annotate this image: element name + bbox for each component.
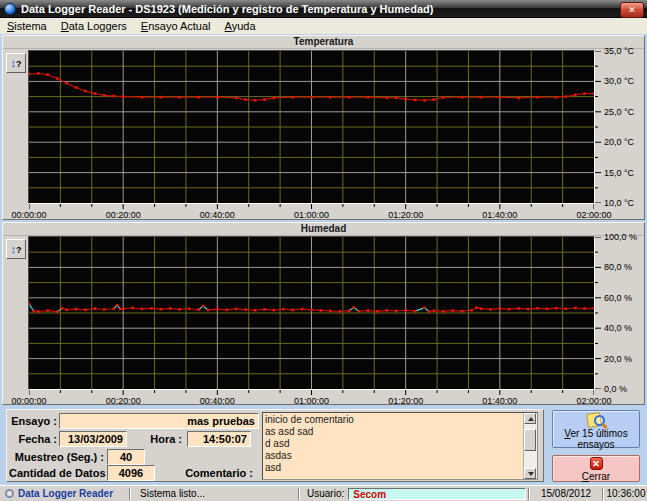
fecha-label: Fecha :: [9, 433, 57, 445]
status-separator: [602, 488, 604, 500]
menu-item-ensayo-actual[interactable]: Ensayo Actual: [134, 19, 218, 33]
humidity-scale-help-button[interactable]: ↕?: [6, 239, 26, 259]
temperature-chart-title: Temperatura: [3, 36, 644, 49]
temperature-x-axis: 00:00:0000:20:0000:40:0001:00:0001:20:00…: [3, 204, 644, 221]
x-tick-label: 00:40:00: [200, 210, 235, 220]
status-separator: [528, 488, 530, 500]
close-button[interactable]: ✕: [620, 2, 644, 18]
x-tick-label: 01:00:00: [294, 210, 329, 220]
humidity-chart-title: Humedad: [3, 223, 644, 236]
temperature-panel: Temperatura ↕? 35,0 °C30,0 °C25,0 °C20,0…: [2, 35, 645, 220]
x-tick-label: 01:40:00: [482, 210, 517, 220]
scroll-up-arrow[interactable]: [524, 413, 536, 424]
hora-label: Hora :: [142, 433, 182, 445]
y-tick-label: 80,0 %: [604, 262, 632, 272]
status-user-section: Usuario: Secom: [301, 486, 527, 501]
y-tick-label: 100,0 %: [604, 232, 637, 242]
menu-item-data-loggers[interactable]: Data Loggers: [54, 19, 134, 33]
x-tick-label: 00:20:00: [106, 210, 141, 220]
scroll-thumb[interactable]: [524, 429, 536, 451]
ver-button-label: Ver 15 últimos ensayos: [553, 428, 639, 450]
comentario-text: inicio de comentario as asd sad d asd as…: [265, 414, 522, 478]
y-tick-label: 15,0 °C: [604, 168, 634, 178]
status-app-name: Data Logger Reader: [18, 488, 113, 499]
hora-field[interactable]: [187, 431, 251, 447]
menu-item-ayuda[interactable]: Ayuda: [218, 19, 263, 33]
cerrar-button[interactable]: ✕ Cerrar: [552, 455, 640, 482]
status-bar: Data Logger Reader Sistema listo... Usua…: [0, 485, 647, 501]
cantidad-datos-label: Cantidad de Datos :: [9, 467, 104, 479]
scroll-down-arrow[interactable]: [524, 468, 536, 479]
y-tick-label: 40,0 %: [604, 323, 632, 333]
usuario-field: Secom: [348, 488, 526, 500]
app-icon: [4, 3, 16, 15]
down-triangle-icon: [528, 472, 534, 476]
y-tick-label: 35,0 °C: [604, 46, 634, 56]
comentario-textarea[interactable]: inicio de comentario as asd sad d asd as…: [262, 412, 538, 480]
close-x-icon: ✕: [590, 457, 603, 470]
fecha-field[interactable]: [59, 431, 127, 447]
question-icon: ?: [16, 245, 22, 255]
ver-ultimos-ensayos-button[interactable]: Ver 15 últimos ensayos: [552, 410, 640, 448]
x-tick-label: 00:00:00: [11, 210, 46, 220]
title-bar: Data Logger Reader - DS1923 (Medición y …: [0, 0, 647, 18]
status-time-section: 10:36:00: [605, 486, 647, 501]
close-icon: ✕: [628, 6, 636, 15]
humidity-plot-area: [28, 236, 595, 390]
ensayo-label: Ensayo :: [9, 415, 57, 427]
status-date-section: 15/08/2012: [531, 486, 601, 501]
usuario-value: Secom: [353, 489, 386, 500]
cantidad-datos-field[interactable]: [107, 465, 155, 481]
bottom-area: Ensayo : Fecha : Hora : Muestreo (Seg.) …: [0, 405, 647, 485]
cerrar-button-label: Cerrar: [553, 471, 639, 482]
y-tick-label: 30,0 °C: [604, 76, 634, 86]
comment-scrollbar[interactable]: [523, 413, 537, 479]
y-tick-label: 20,0 %: [604, 354, 632, 364]
y-tick-label: 60,0 %: [604, 293, 632, 303]
y-tick-label: 25,0 °C: [604, 107, 634, 117]
status-separator: [129, 488, 131, 500]
muestreo-label: Muestreo (Seg.) :: [9, 451, 104, 463]
muestreo-field[interactable]: [107, 449, 145, 465]
menu-item-sistema[interactable]: Sistema: [0, 19, 54, 33]
up-triangle-icon: [528, 417, 534, 421]
preview-ensayos-icon: [585, 413, 607, 428]
question-icon: ?: [16, 59, 22, 69]
window-title: Data Logger Reader - DS1923 (Medición y …: [21, 3, 433, 15]
status-message: Sistema listo...: [140, 488, 205, 499]
ensayo-field[interactable]: [59, 413, 259, 429]
status-separator: [298, 488, 300, 500]
temperature-scale-help-button[interactable]: ↕?: [6, 53, 26, 73]
humidity-y-axis: 100,0 %80,0 %60,0 %40,0 %20,0 %0,0 %: [595, 237, 645, 389]
x-tick-label: 02:00:00: [576, 210, 611, 220]
humidity-panel: Humedad ↕? 100,0 %80,0 %60,0 %40,0 %20,0…: [2, 222, 645, 405]
gear-icon: [5, 489, 14, 498]
temperature-y-axis: 35,0 °C30,0 °C25,0 °C20,0 °C15,0 °C10,0 …: [595, 51, 645, 203]
status-message-section: Sistema listo...: [132, 486, 297, 501]
temperature-plot-area: [28, 50, 595, 204]
status-date: 15/08/2012: [541, 488, 591, 499]
status-app-section: Data Logger Reader: [0, 486, 128, 501]
y-tick-label: 20,0 °C: [604, 137, 634, 147]
menu-bar: Sistema Data Loggers Ensayo Actual Ayuda: [0, 18, 647, 35]
ensayo-form-panel: Ensayo : Fecha : Hora : Muestreo (Seg.) …: [6, 409, 544, 482]
usuario-label: Usuario:: [307, 488, 344, 499]
comentario-label: Comentario :: [157, 467, 253, 479]
x-tick-label: 01:20:00: [388, 210, 423, 220]
status-time: 10:36:00: [607, 488, 646, 499]
